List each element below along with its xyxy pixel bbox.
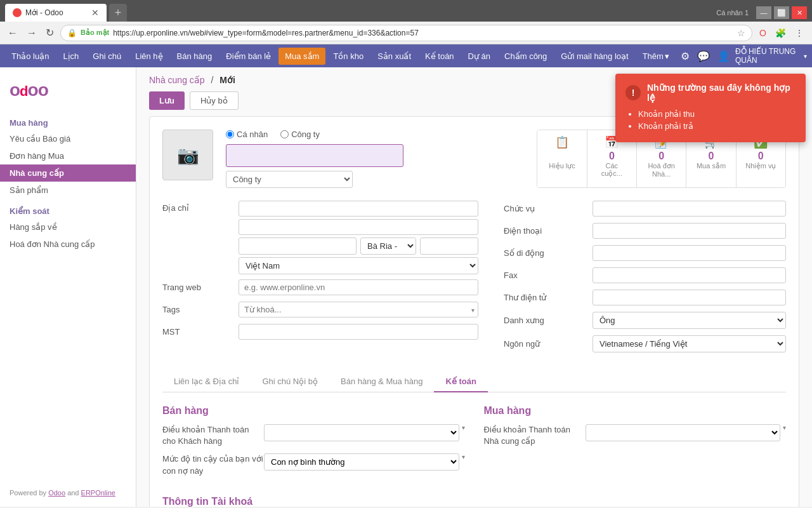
website-field-row: Trang web	[162, 279, 478, 295]
sidebar-item-hang-sap-ve[interactable]: Hàng sắp về	[0, 218, 136, 236]
close-button[interactable]: ✕	[792, 6, 807, 19]
nav-item-ghi-chu[interactable]: Ghi chú	[86, 48, 128, 65]
nav-item-mua-sam[interactable]: Mua sắm	[278, 48, 325, 65]
browser-toolbar: ← → ↻ 🔒 Bảo mật https://up.erponline.vn/…	[0, 22, 812, 44]
nav-item-ton-kho[interactable]: Tồn kho	[327, 48, 370, 65]
sidebar-item-nha-cung-cap[interactable]: Nhà cung cấp	[0, 164, 136, 182]
nav-item-diem-ban-le[interactable]: Điểm bán lẻ	[219, 48, 277, 65]
hoa-don-count: 0	[645, 150, 678, 162]
website-input[interactable]	[239, 279, 478, 295]
tab-lien-lac[interactable]: Liên lạc & Địa chỉ	[162, 371, 251, 392]
form-tabs: Liên lạc & Địa chỉ Ghi chú Nội bộ Bán hà…	[162, 371, 786, 392]
country-select[interactable]: Việt Nam	[239, 257, 478, 274]
tags-input[interactable]	[239, 302, 478, 318]
zip-input[interactable]: ZIP	[420, 237, 478, 255]
company-select[interactable]: Công ty	[226, 171, 353, 188]
radio-individual-label[interactable]: Cá nhân	[226, 130, 268, 139]
new-tab-button[interactable]: +	[109, 4, 127, 22]
nav-item-cham-cong[interactable]: Chấm công	[498, 48, 553, 65]
ngon-ngu-select[interactable]: Vietnamese / Tiếng Việt	[593, 335, 786, 352]
nhiem-vu-count: 0	[744, 150, 778, 162]
street2-input[interactable]: Hoàng Hoa Thám, phường Thắng Tá	[239, 219, 478, 235]
error-exclamation-icon: !	[625, 85, 641, 100]
danh-xung-select[interactable]: Ông	[593, 312, 786, 329]
sidebar-section-kiem-soat: Kiểm soát	[0, 199, 136, 218]
radio-company[interactable]	[280, 130, 289, 138]
refresh-button[interactable]: ↻	[43, 25, 56, 40]
nav-item-gui-mail[interactable]: Gửi mail hàng loạt	[554, 48, 634, 65]
settings-icon[interactable]: ⚙	[678, 49, 692, 64]
tab-ghi-chu[interactable]: Ghi chú Nội bộ	[251, 371, 329, 392]
hoa-don-label: Hoá đơn Nhà...	[645, 162, 678, 178]
dieu-khoan-nha-cung-cap-row: Điều khoản Thanh toán Nhà cung cấp ▾	[484, 424, 787, 447]
nav-item-lien-he[interactable]: Liên hệ	[129, 48, 169, 65]
city-input[interactable]: TP Vũng Tàu	[239, 237, 357, 255]
user-name: ĐỖ HIẾU TRUNG QUÂN	[735, 47, 801, 65]
save-button[interactable]: Lưu	[149, 91, 185, 110]
menu-icon[interactable]: ⋮	[792, 27, 807, 39]
email-input[interactable]: tran44526@gmail.com	[593, 290, 786, 305]
muc-do-tin-cay-select[interactable]: Con nợ bình thường	[264, 453, 459, 471]
partner-avatar[interactable]: 📷	[162, 130, 213, 180]
city-row: TP Vũng Tàu Bà Ria - ZIP	[239, 237, 478, 255]
tags-input-wrapper: ▾	[239, 302, 478, 318]
dieu-khoan-ncc-select[interactable]	[586, 424, 781, 441]
sidebar-item-san-pham[interactable]: Sản phẩm	[0, 182, 136, 199]
fax-label: Fax	[504, 271, 593, 280]
tags-dropdown-icon[interactable]: ▾	[471, 306, 475, 313]
app-layout: odoo Mua hàng Yêu cầu Báo giá Đơn hàng M…	[0, 67, 812, 507]
province-select[interactable]: Bà Ria -	[360, 237, 416, 255]
radio-individual[interactable]	[226, 130, 234, 138]
close-tab-icon[interactable]: ✕	[91, 8, 99, 18]
sidebar-section-mua-hang: Mua hàng	[0, 113, 136, 130]
partner-name-input[interactable]: Nhà Nghỉ Yến Anh	[226, 144, 403, 167]
user-icon[interactable]: 👤	[715, 49, 733, 64]
address-bar[interactable]: 🔒 Bảo mật https://up.erponline.vn/web#vi…	[60, 25, 752, 41]
nav-item-ban-hang[interactable]: Bán hàng	[171, 48, 219, 65]
left-fields: Địa chỉ 145/7 Hoàng Hoa Thám, phường Thắ…	[162, 201, 478, 359]
opera-icon[interactable]: O	[756, 27, 769, 39]
nav-icons: ⚙ 💬 👤 ĐỖ HIẾU TRUNG QUÂN ▾	[678, 47, 807, 65]
tab-ke-toan[interactable]: Kế toán	[434, 371, 487, 392]
dien-thoai-input[interactable]: 0643527606	[593, 223, 786, 239]
chuc-vu-input[interactable]: Trần Tuấn Thành	[593, 201, 786, 217]
breadcrumb-parent[interactable]: Nhà cung cấp	[149, 75, 205, 85]
fax-input[interactable]	[593, 267, 786, 283]
sidebar-item-hoa-don-nha-cung-cap[interactable]: Hoá đơn Nhà cung cấp	[0, 236, 136, 253]
nav-item-ke-toan[interactable]: Kế toán	[419, 48, 461, 65]
email-field-row: Thư điện tử tran44526@gmail.com	[504, 290, 786, 305]
chat-icon[interactable]: 💬	[695, 49, 712, 64]
nav-item-du-an[interactable]: Dự án	[462, 48, 497, 65]
hieu-luc-icon: 📋	[545, 135, 579, 149]
minimize-button[interactable]: —	[756, 6, 771, 19]
nav-item-thao-luan[interactable]: Thảo luận	[5, 48, 55, 65]
sidebar-item-yeu-cau-bao-gia[interactable]: Yêu cầu Báo giá	[0, 130, 136, 147]
tab-ban-hang-mua-hang[interactable]: Bán hàng & Mua hàng	[329, 371, 434, 392]
dropdown-icon[interactable]: ▾	[804, 53, 807, 60]
danh-xung-field-row: Danh xưng Ông	[504, 312, 786, 329]
partner-type-radio-group: Cá nhân Công ty	[226, 130, 524, 139]
nav-item-san-xuat[interactable]: Sản xuất	[371, 48, 417, 65]
maximize-button[interactable]: ⬜	[774, 6, 789, 19]
erponline-link[interactable]: ERPOnline	[81, 489, 115, 497]
mst-input[interactable]: 8347056405	[239, 324, 478, 340]
nav-item-lich[interactable]: Lịch	[56, 48, 85, 65]
bookmark-icon[interactable]: ☆	[737, 28, 745, 38]
nav-item-them[interactable]: Thêm ▾	[636, 48, 676, 65]
dieu-khoan-khach-hang-row: Điều khoản Thanh toán cho Khách hàng ▾	[162, 424, 465, 447]
sidebar-item-don-hang-mua[interactable]: Đơn hàng Mua	[0, 147, 136, 164]
bank-section-title: Thông tin Tài khoá	[162, 496, 786, 507]
odoo-link[interactable]: Odoo	[48, 489, 65, 497]
browser-tab[interactable]: Mới - Odoo ✕	[5, 4, 107, 22]
radio-company-label[interactable]: Công ty	[280, 130, 320, 139]
extensions-icon[interactable]: 🧩	[772, 27, 789, 39]
stat-hieu-luc[interactable]: 📋 Hiệu lực	[537, 130, 587, 187]
forward-button[interactable]: →	[24, 26, 39, 40]
address-field-group: Địa chỉ 145/7 Hoàng Hoa Thám, phường Thắ…	[162, 201, 478, 274]
dieu-khoan-khach-hang-select[interactable]	[264, 424, 459, 441]
so-di-dong-input[interactable]: 0909078053	[593, 245, 786, 261]
street-input[interactable]: 145/7	[239, 201, 478, 217]
back-button[interactable]: ←	[5, 26, 20, 40]
cancel-button[interactable]: Hủy bỏ	[190, 91, 239, 110]
muc-do-dropdown-icon: ▾	[462, 453, 465, 460]
